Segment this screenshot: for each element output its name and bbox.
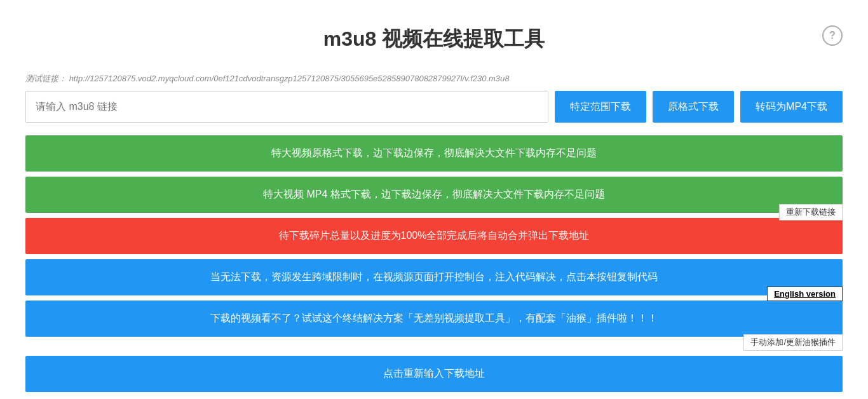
test-link-label: 测试链接： http://1257120875.vod2.myqcloud.co…	[25, 74, 510, 83]
info-bar-1[interactable]: 特大视频 MP4 格式下载，边下载边保存，彻底解决大文件下载内存不足问题	[25, 177, 843, 213]
redownload-link-button[interactable]: 重新下载链接	[779, 204, 843, 220]
bar-wrapper-0: 特大视频原格式下载，边下载边保存，彻底解决大文件下载内存不足问题	[25, 135, 843, 172]
info-bar-5[interactable]: 点击重新输入下载地址	[25, 356, 843, 392]
url-input[interactable]	[25, 91, 548, 123]
mp4-download-button[interactable]: 转码为MP4下载	[740, 91, 843, 123]
bar-wrapper-5: 点击重新输入下载地址	[25, 356, 843, 392]
bar-wrapper-4: 下载的视频看不了？试试这个终结解决方案「无差别视频提取工具」，有配套「油猴」插件…	[25, 301, 843, 337]
info-bar-3[interactable]: 当无法下载，资源发生跨域限制时，在视频源页面打开控制台，注入代码解决，点击本按钮…	[25, 259, 843, 295]
info-bar-0[interactable]: 特大视频原格式下载，边下载边保存，彻底解决大文件下载内存不足问题	[25, 135, 843, 172]
original-download-button[interactable]: 原格式下载	[653, 91, 734, 123]
info-bar-4[interactable]: 下载的视频看不了？试试这个终结解决方案「无差别视频提取工具」，有配套「油猴」插件…	[25, 301, 843, 337]
bar-wrapper-1: 特大视频 MP4 格式下载，边下载边保存，彻底解决大文件下载内存不足问题	[25, 177, 843, 213]
bar-wrapper-3: 当无法下载，资源发生跨域限制时，在视频源页面打开控制台，注入代码解决，点击本按钮…	[25, 259, 843, 295]
range-download-button[interactable]: 特定范围下载	[555, 91, 646, 123]
bar-wrapper-2: 待下载碎片总量以及进度为100%全部完成后将自动合并弹出下载地址 重新下载链接	[25, 218, 843, 254]
english-version-button[interactable]: English version	[767, 287, 843, 301]
page-wrapper: m3u8 视频在线提取工具 ? 测试链接： http://1257120875.…	[0, 0, 868, 399]
help-button[interactable]: ?	[822, 25, 843, 46]
info-bar-2[interactable]: 待下载碎片总量以及进度为100%全部完成后将自动合并弹出下载地址 重新下载链接	[25, 218, 843, 254]
test-link-area: 测试链接： http://1257120875.vod2.myqcloud.co…	[25, 72, 843, 85]
manual-add-button[interactable]: 手动添加/更新油猴插件	[743, 334, 843, 351]
title-area: m3u8 视频在线提取工具 ?	[25, 13, 843, 72]
page-title: m3u8 视频在线提取工具	[25, 25, 843, 53]
input-row: 特定范围下载 原格式下载 转码为MP4下载	[25, 91, 843, 123]
